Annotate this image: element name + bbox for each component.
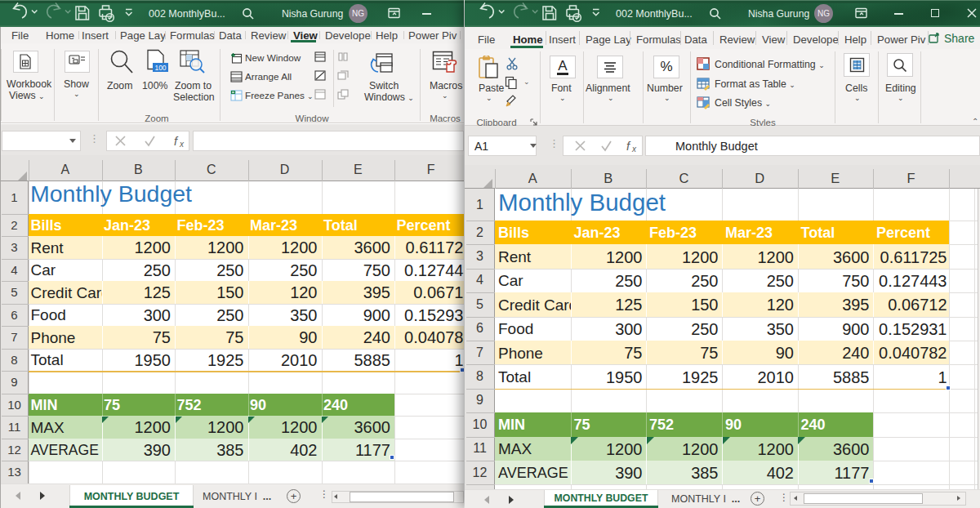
svg-text:x: x xyxy=(179,140,185,148)
svg-text:x: x xyxy=(631,145,637,153)
svg-text:f: f xyxy=(174,135,179,148)
svg-text:f: f xyxy=(626,140,631,153)
svg-text:100: 100 xyxy=(154,64,166,72)
